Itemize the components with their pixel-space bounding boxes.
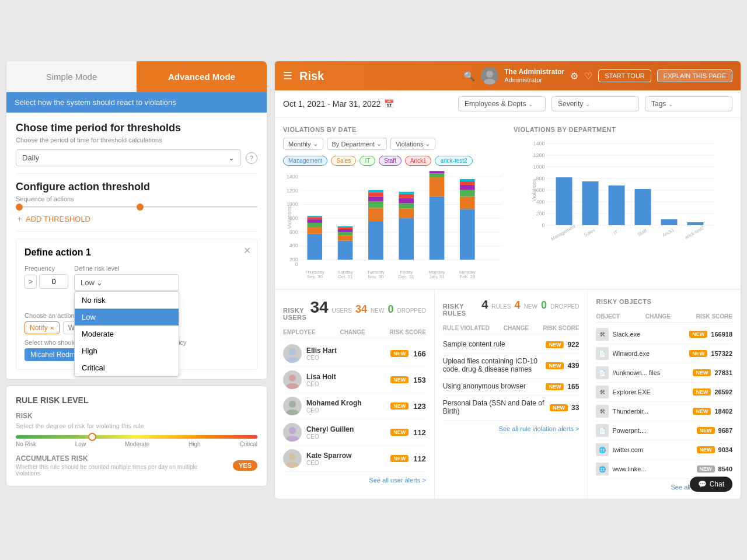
chevron-icon-3: ⌄	[425, 140, 430, 148]
svg-rect-43	[430, 173, 445, 177]
violations-control[interactable]: Violations ⌄	[390, 138, 436, 150]
svg-point-97	[286, 410, 299, 415]
obj-row: 📄 Powerpnt.... NEW 9687	[596, 421, 732, 440]
threshold-title: Chose time period for thresholds	[16, 122, 257, 134]
mode-content: Chose time period for thresholds Choose …	[6, 113, 267, 379]
dept-bar-chart-svg: 1400 1200 1000 800 600 400 200 0 Violati…	[514, 138, 732, 272]
close-define-button[interactable]: ✕	[243, 245, 251, 256]
svg-text:arick-test2: arick-test2	[684, 225, 706, 240]
left-panel: Simple Mode Advanced Mode Select how the…	[6, 61, 267, 499]
twitter-icon: 🌐	[596, 443, 609, 456]
risk-slider-row	[16, 435, 257, 439]
search-icon[interactable]: 🔍	[463, 71, 475, 82]
frequency-block: Frequency >	[25, 265, 68, 289]
user-row: Cheryl Guillen CEO NEW 112	[283, 419, 426, 446]
chevron-down-icon-2: ⌄	[585, 101, 590, 107]
legend-management[interactable]: Management	[283, 156, 327, 166]
svg-text:0: 0	[542, 222, 544, 228]
winword-icon: 📄	[596, 347, 609, 360]
chart-legend: Management Sales IT Staff Arick1 arick-t…	[283, 156, 502, 166]
chevron-down-icon-3: ⌄	[668, 101, 673, 107]
legend-sales[interactable]: Sales	[331, 156, 356, 166]
avatar-kate-sparrow	[283, 449, 302, 468]
svg-text:Arick1: Arick1	[661, 227, 675, 238]
chat-icon: 💬	[698, 480, 707, 488]
rule-row: Using anonymous browser NEW 165	[443, 379, 580, 396]
legend-it[interactable]: IT	[359, 156, 375, 166]
svg-text:Sales: Sales	[583, 228, 596, 238]
slider-dot-right[interactable]	[137, 204, 144, 211]
rule-row: Sample content rule NEW 922	[443, 337, 580, 354]
risky-objects-header: RISKY OBJECTS	[596, 298, 732, 305]
rule-row: Personal Data (SSN and Date of Birth) NE…	[443, 396, 580, 421]
svg-rect-80	[556, 177, 573, 225]
avatar-lisa-holt	[283, 370, 302, 389]
risk-slider-dot[interactable]	[88, 433, 96, 441]
simple-mode-tab[interactable]: Simple Mode	[6, 61, 137, 92]
dropdown-high[interactable]: High	[75, 342, 179, 359]
explain-button[interactable]: EXPLAIN THIS PAGE	[657, 69, 732, 82]
user-info-ellis-hart: Ellis Hart CEO	[306, 346, 386, 361]
svg-point-92	[289, 348, 296, 355]
svg-rect-41	[430, 197, 445, 260]
risk-panel-title: RULE RISK LEVEL	[16, 396, 257, 405]
date-range: Oct 1, 2021 - Mar 31, 2022 📅	[283, 99, 394, 108]
notify-remove-icon[interactable]: ✕	[50, 325, 54, 331]
slider-track[interactable]	[16, 206, 257, 208]
legend-arick-test2[interactable]: arick-test2	[435, 156, 472, 166]
tags-filter[interactable]: Tags ⌄	[645, 96, 732, 111]
chat-button[interactable]: 💬 Chat	[690, 477, 732, 492]
add-threshold-button[interactable]: ＋ ADD THRESHOLD	[16, 214, 257, 224]
dropdown-no-risk[interactable]: No risk	[75, 292, 179, 309]
see-all-rules-link[interactable]: See all rule violation alerts >	[443, 425, 580, 432]
svg-text:Nov. 30: Nov. 30	[368, 274, 384, 278]
monthly-control[interactable]: Monthly ⌄	[283, 138, 323, 150]
svg-rect-32	[368, 197, 383, 202]
employees-filter[interactable]: Employees & Depts ⌄	[458, 96, 546, 111]
badge-slack: NEW	[689, 331, 707, 338]
accumulates-toggle[interactable]: YES	[233, 460, 257, 471]
period-select[interactable]: Daily ⌄	[16, 149, 241, 166]
settings-icon[interactable]: ⚙	[570, 71, 578, 82]
freq-label: Frequency	[25, 265, 68, 272]
svg-text:600: 600	[536, 187, 544, 193]
dropdown-low[interactable]: Low	[75, 309, 179, 326]
slider-dot-left[interactable]	[16, 204, 23, 211]
svg-rect-82	[609, 186, 625, 225]
stacked-bar-chart-area: Violations 1400 1200 1000	[283, 170, 502, 281]
svg-point-0	[486, 71, 493, 78]
threshold-slider	[16, 206, 257, 208]
svg-point-96	[289, 401, 296, 408]
dropdown-critical[interactable]: Critical	[75, 359, 179, 376]
violations-by-dept-chart: VIOLATIONS BY DEPARTMENT 1400 1200 1000 …	[514, 126, 732, 281]
notify-tag[interactable]: Notify ✕	[25, 321, 60, 334]
dropdown-moderate[interactable]: Moderate	[75, 326, 179, 342]
legend-staff[interactable]: Staff	[379, 156, 401, 166]
period-help-icon[interactable]: ?	[246, 152, 257, 164]
calendar-icon[interactable]: 📅	[384, 99, 394, 108]
advanced-mode-tab[interactable]: Advanced Mode	[137, 61, 267, 92]
svg-rect-84	[661, 219, 678, 225]
obj-row: 🛠 Slack.exe NEW 166918	[596, 325, 732, 344]
badge-kate-sparrow: NEW	[390, 455, 409, 462]
risk-slider-track[interactable]	[16, 435, 257, 439]
rule-row: Upload files containing ICD-10 code, dru…	[443, 354, 580, 379]
severity-filter[interactable]: Severity ⌄	[551, 96, 639, 111]
see-all-users-link[interactable]: See all user alerts >	[283, 477, 426, 484]
nav-title: Risk	[299, 69, 463, 83]
start-tour-button[interactable]: START TOUR	[598, 69, 651, 82]
legend-arick1[interactable]: Arick1	[405, 156, 432, 166]
svg-text:400: 400	[536, 199, 544, 205]
hamburger-icon[interactable]: ☰	[283, 69, 292, 82]
risk-dropdown: No risk Low Moderate High Critical	[74, 291, 179, 377]
slack-icon: 🛠	[596, 328, 609, 341]
svg-rect-31	[368, 202, 383, 208]
freq-number-input[interactable]	[39, 274, 68, 289]
risk-select[interactable]: Low ⌄	[74, 274, 179, 291]
obj-row: 📄 //unknown... files NEW 27831	[596, 363, 732, 383]
bell-icon[interactable]: ♡	[584, 71, 592, 82]
admin-info: The Administrator Administrator	[504, 68, 564, 84]
risk-level-labels: No Risk Low Moderate High Critical	[16, 441, 257, 447]
by-dept-control[interactable]: By Department ⌄	[327, 138, 387, 150]
threshold-subtitle: Choose the period of time for threshold …	[16, 136, 257, 144]
